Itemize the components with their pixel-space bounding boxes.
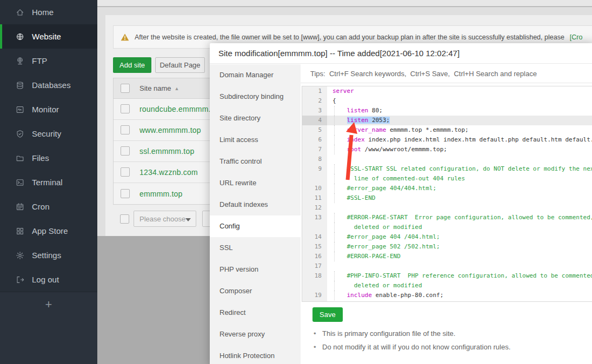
modal-nav-redirect[interactable]: Redirect (210, 302, 301, 323)
chevron-down-icon (185, 218, 191, 224)
sidebar-item-log-out[interactable]: Log out (0, 267, 97, 292)
modal-nav-ssl[interactable]: SSL (210, 237, 301, 259)
row-checkbox[interactable] (121, 146, 130, 156)
sidebar-item-settings[interactable]: Settings (0, 243, 97, 267)
modal-nav-reverse-proxy[interactable]: Reverse proxy (210, 323, 301, 345)
sidebar-item-cron[interactable]: Cron (0, 194, 97, 219)
batch-action-select[interactable]: Please choose (134, 211, 196, 227)
code-line: 3 listen 80; (302, 106, 592, 116)
row-checkbox[interactable] (121, 189, 130, 198)
sidebar-item-label: Files (32, 153, 49, 163)
sidebar-item-files[interactable]: Files (0, 146, 97, 170)
sidebar-item-home[interactable]: Home (0, 0, 97, 24)
sidebar-item-monitor[interactable]: Monitor (0, 97, 97, 122)
line-number: 14 (302, 232, 327, 242)
shield-icon (16, 130, 24, 138)
sidebar-item-app-store[interactable]: App Store (0, 219, 97, 243)
line-number: 18 (302, 271, 327, 281)
modal-title: Site modification[emmmm.top] -- Time add… (210, 43, 592, 64)
database-icon (16, 81, 24, 90)
code-text: server (327, 86, 592, 96)
modal-nav-site-directory[interactable]: Site directory (210, 107, 301, 129)
footer-checkbox[interactable] (120, 214, 129, 224)
code-text (327, 203, 592, 213)
default-page-button[interactable]: Default Page (155, 57, 205, 73)
folder-icon (16, 154, 24, 163)
site-link[interactable]: www.emmmm.top (139, 126, 201, 134)
code-line: 9 #SSL-START SSL related configuration, … (302, 164, 592, 174)
sidebar-item-label: Home (32, 8, 54, 17)
sidebar-item-label: Log out (32, 275, 59, 284)
code-line: 18 #PHP-INFO-START PHP reference configu… (302, 271, 592, 281)
sidebar-item-label: App Store (32, 226, 68, 235)
row-checkbox[interactable] (121, 104, 130, 113)
line-number: 8 (302, 154, 327, 164)
modal-content: Tips: Ctrl+F Search keywords, Ctrl+S Sav… (301, 64, 592, 364)
modal-nav-subdirectory-binding[interactable]: Subdirectory binding (210, 86, 301, 107)
code-line: 17 (302, 261, 592, 271)
line-number: 2 (302, 96, 327, 106)
save-button[interactable]: Save (312, 307, 343, 322)
logout-icon (16, 275, 24, 284)
sidebar: HomeWebsiteFTPDatabasesMonitorSecurityFi… (0, 0, 97, 364)
select-placeholder: Please choose (139, 215, 185, 223)
code-line: 8 (302, 154, 592, 164)
modal-nav-default-indexes[interactable]: Default indexes (210, 194, 301, 215)
site-link[interactable]: roundcube.emmmm.top (139, 105, 222, 113)
column-site-name[interactable]: Site name (139, 84, 171, 92)
modal-nav-traffic-control[interactable]: Traffic control (210, 151, 301, 172)
banner-link[interactable]: [Cro (570, 33, 583, 41)
code-line: 6 index index.php index.html index.htm d… (302, 135, 592, 145)
site-link[interactable]: emmmm.top (139, 190, 183, 198)
sidebar-item-website[interactable]: Website (0, 24, 97, 49)
row-checkbox[interactable] (121, 167, 130, 177)
code-text: line of commented-out 404 rules (327, 174, 592, 184)
code-wrap-line: deleted or modified (302, 223, 592, 232)
site-link[interactable]: 1234.wzznb.com (139, 168, 198, 177)
note-item: This is primary configuration file of th… (314, 327, 510, 340)
sort-asc-icon[interactable]: ▲ (175, 86, 179, 91)
add-panel-button[interactable]: + (0, 292, 97, 313)
select-all-checkbox[interactable] (121, 84, 130, 93)
code-text: deleted or modified (327, 223, 592, 232)
code-text (327, 261, 592, 271)
sidebar-item-security[interactable]: Security (0, 122, 97, 146)
app-window: HomeWebsiteFTPDatabasesMonitorSecurityFi… (0, 0, 592, 364)
line-number (302, 281, 327, 291)
modal-nav-url-rewrite[interactable]: URL rewrite (210, 172, 301, 194)
row-checkbox[interactable] (121, 125, 130, 134)
code-text: listen 2053; (327, 116, 592, 125)
code-text: #ERROR-PAGE-END (327, 252, 592, 261)
modal-nav-hotlink-protection[interactable]: Hotlink Protection (210, 345, 301, 364)
terminal-icon (16, 178, 24, 187)
home-icon (16, 8, 24, 17)
site-link[interactable]: ssl.emmmm.top (139, 147, 194, 156)
code-line: 7 root /www/wwwroot/emmmm.top; (302, 145, 592, 154)
code-line: 15 #error_page 502 /502.html; (302, 242, 592, 252)
code-text: #error_page 404 /404.html; (327, 232, 592, 242)
gear-icon (16, 251, 24, 260)
modal-nav-limit-access[interactable]: Limit access (210, 129, 301, 151)
code-line: 2{ (302, 96, 592, 106)
code-text: #error_page 404/404.html; (327, 184, 592, 193)
modal-nav-config[interactable]: Config (210, 215, 301, 237)
config-editor[interactable]: 1server2{3 listen 80;4 listen 2053;5 ser… (302, 86, 592, 302)
sidebar-item-ftp[interactable]: FTP (0, 49, 97, 73)
line-number: 10 (302, 184, 327, 193)
code-text: root /www/wwwroot/emmmm.top; (327, 145, 592, 154)
line-number: 4 (302, 116, 327, 125)
modal-nav-php-version[interactable]: PHP version (210, 259, 301, 280)
grid-icon (16, 227, 24, 235)
sidebar-menu: HomeWebsiteFTPDatabasesMonitorSecurityFi… (0, 0, 97, 292)
modal-nav-domain-manager[interactable]: Domain Manager (210, 64, 301, 86)
sidebar-item-terminal[interactable]: Terminal (0, 170, 97, 194)
code-text: #error_page 502 /502.html; (327, 242, 592, 252)
code-text (327, 154, 592, 164)
line-number: 11 (302, 193, 327, 203)
ftp-icon (16, 57, 24, 65)
sidebar-item-label: Monitor (32, 105, 59, 114)
sidebar-item-databases[interactable]: Databases (0, 73, 97, 97)
sidebar-item-label: Settings (32, 251, 61, 260)
modal-nav-composer[interactable]: Composer (210, 280, 301, 302)
add-site-button[interactable]: Add site (113, 57, 151, 73)
